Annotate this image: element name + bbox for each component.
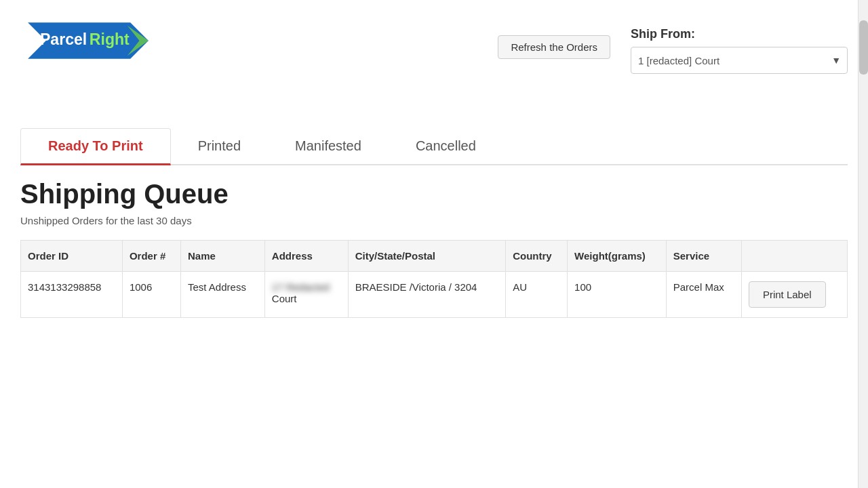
address-court: Court xyxy=(272,293,297,304)
table-header-row: Order ID Order # Name Address City/State… xyxy=(21,241,848,272)
address-blurred: 17 Redacted xyxy=(272,281,330,293)
cell-name: Test Address xyxy=(181,272,265,318)
logo: Parcel Right xyxy=(20,14,156,68)
table-row: 3143133298858 1006 Test Address 17 Redac… xyxy=(21,272,848,318)
cell-order-id: 3143133298858 xyxy=(21,272,123,318)
cell-country: AU xyxy=(506,272,568,318)
logo-image: Parcel Right xyxy=(20,14,156,68)
col-city-state-postal: City/State/Postal xyxy=(348,241,506,272)
col-address: Address xyxy=(264,241,348,272)
col-service: Service xyxy=(666,241,741,272)
col-action xyxy=(741,241,847,272)
ship-from-area: Ship From: 1 [redacted] Court xyxy=(631,27,848,74)
cell-action: Print Label xyxy=(741,272,847,318)
cell-weight: 100 xyxy=(568,272,667,318)
col-order-num: Order # xyxy=(122,241,180,272)
svg-text:Right: Right xyxy=(90,30,130,48)
tabs-container: Ready To Print Printed Manifested Cancel… xyxy=(20,128,848,165)
tab-manifested[interactable]: Manifested xyxy=(268,128,389,164)
tab-printed[interactable]: Printed xyxy=(171,128,268,164)
header: Parcel Right Refresh the Orders Ship Fro… xyxy=(20,14,848,74)
col-name: Name xyxy=(181,241,265,272)
cell-service: Parcel Max xyxy=(666,272,741,318)
col-country: Country xyxy=(506,241,568,272)
ship-from-select-wrapper[interactable]: 1 [redacted] Court xyxy=(631,47,848,74)
cell-order-num: 1006 xyxy=(122,272,180,318)
page-title: Shipping Queue xyxy=(20,179,848,209)
col-weight: Weight(grams) xyxy=(568,241,667,272)
cell-city-state-postal: BRAESIDE /Victoria / 3204 xyxy=(348,272,506,318)
col-order-id: Order ID xyxy=(21,241,123,272)
tab-cancelled[interactable]: Cancelled xyxy=(389,128,503,164)
tab-ready-to-print[interactable]: Ready To Print xyxy=(20,128,171,165)
ship-from-label: Ship From: xyxy=(631,27,695,41)
cell-address: 17 Redacted Court xyxy=(264,272,348,318)
section-subtitle: Unshipped Orders for the last 30 days xyxy=(20,215,848,226)
ship-from-select[interactable]: 1 [redacted] Court xyxy=(631,47,848,74)
orders-table: Order ID Order # Name Address City/State… xyxy=(20,240,848,318)
refresh-orders-button[interactable]: Refresh the Orders xyxy=(498,35,610,59)
print-label-button[interactable]: Print Label xyxy=(749,281,826,308)
svg-text:Parcel: Parcel xyxy=(40,30,87,48)
